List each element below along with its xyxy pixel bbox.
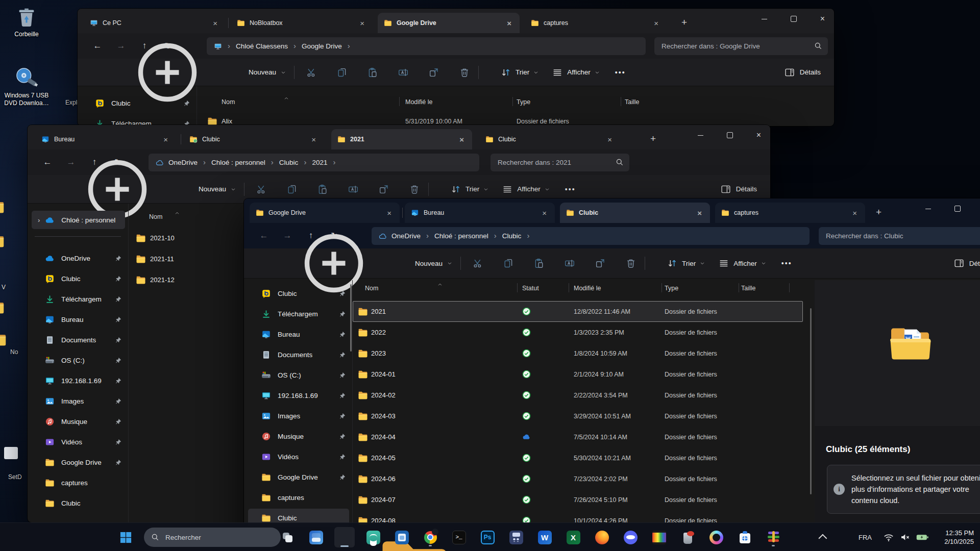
sidebar-item-os-c-[interactable]: OS (C:) xyxy=(248,366,349,384)
taskbar-app-firefox[interactable] xyxy=(592,527,612,547)
column-header-type[interactable]: Type xyxy=(517,98,530,106)
column-divider[interactable] xyxy=(512,97,513,106)
column-header-nom[interactable]: Nom xyxy=(365,285,378,292)
share-button[interactable] xyxy=(378,184,389,195)
taskbar-app-snipping-tool[interactable] xyxy=(391,527,412,547)
sidebar-item-images[interactable]: Images xyxy=(248,407,349,425)
expand-chevron-icon[interactable]: › xyxy=(38,216,40,224)
tab-close-icon[interactable]: × xyxy=(385,209,394,217)
copy-button[interactable] xyxy=(286,184,298,195)
view-button[interactable]: Afficher xyxy=(502,184,550,195)
sidebar-item-t-l-chargem[interactable]: Téléchargem xyxy=(32,290,125,308)
column-header-nom[interactable]: Nom xyxy=(222,98,235,106)
desktop-icon-recycle-bin[interactable]: Corbeille xyxy=(2,5,51,38)
tab-captures[interactable]: captures× xyxy=(715,203,865,223)
sidebar-item-musique[interactable]: Musique xyxy=(32,412,125,431)
file-row-alix[interactable]: Alix5/31/2019 10:00 AMDossier de fichier… xyxy=(197,111,827,126)
sidebar-item-t-l-chargem[interactable]: Téléchargem xyxy=(82,114,193,126)
column-header-taille[interactable]: Taille xyxy=(741,285,756,292)
taskbar-app-copilot[interactable] xyxy=(706,527,726,547)
taskbar-app-notepad[interactable] xyxy=(363,527,383,547)
network-button[interactable] xyxy=(883,523,894,551)
file-row-2024-02[interactable]: 2024-022/22/2024 3:54 PMDossier de fichi… xyxy=(353,385,803,406)
taskbar-app-calculator[interactable] xyxy=(506,527,526,547)
desktop-icon-label-partial[interactable]: No xyxy=(10,348,18,356)
desktop-icon-partial[interactable] xyxy=(0,198,5,217)
taskbar-app-widgets[interactable] xyxy=(306,527,326,547)
taskbar-app-microsoft-store[interactable] xyxy=(734,527,755,547)
desktop-icon-label-partial[interactable]: V xyxy=(2,284,6,291)
tab-close-icon[interactable]: × xyxy=(505,19,513,28)
taskbar-app-winrar[interactable] xyxy=(763,527,783,547)
sidebar-item-clubic[interactable]: Clubic xyxy=(248,284,349,303)
list-scrollbar[interactable] xyxy=(810,308,812,494)
details-toggle-button[interactable]: Détails xyxy=(953,258,980,269)
column-header-nom[interactable]: Nom xyxy=(149,213,162,220)
file-row-2024-01[interactable]: 2024-012/1/2024 9:10 AMDossier de fichie… xyxy=(353,364,803,385)
rename-button[interactable] xyxy=(348,184,359,195)
file-row-2024-04[interactable]: 2024-047/5/2024 10:14 AMDossier de fichi… xyxy=(353,427,803,447)
search-input[interactable] xyxy=(819,232,980,240)
taskbar-app-file-explorer[interactable] xyxy=(334,527,355,547)
copy-button[interactable] xyxy=(503,258,514,269)
tab-close-icon[interactable]: × xyxy=(652,19,660,28)
search-input[interactable] xyxy=(654,42,828,50)
column-header-type[interactable]: Type xyxy=(665,285,678,292)
tab-close-icon[interactable]: × xyxy=(211,19,219,28)
search-box[interactable] xyxy=(654,37,828,55)
taskbar-app-task-view[interactable] xyxy=(277,527,298,547)
tab-clubic[interactable]: Clubic× xyxy=(479,129,620,149)
sort-button[interactable]: Trier xyxy=(500,67,538,78)
taskbar-app-discord[interactable] xyxy=(620,527,641,547)
taskbar-app-revo-uninstaller[interactable] xyxy=(677,527,698,547)
desktop-icon-partial[interactable] xyxy=(0,232,5,252)
column-header-statut[interactable]: Statut xyxy=(522,285,539,292)
sidebar-item-clubic[interactable]: Clubic xyxy=(32,269,125,288)
tab-clubic[interactable]: Clubic× xyxy=(560,203,710,223)
column-divider[interactable] xyxy=(662,283,662,292)
breadcrumb-segment[interactable]: Clubic xyxy=(279,159,299,166)
sidebar-item-google-drive[interactable]: Google Drive xyxy=(32,453,125,471)
desktop-icon-partial[interactable] xyxy=(0,331,7,350)
sidebar-item-t-l-chargem[interactable]: Téléchargem xyxy=(248,305,349,323)
tab-close-icon[interactable]: × xyxy=(309,135,318,144)
rename-button[interactable] xyxy=(398,67,409,78)
desktop-icon-partial[interactable] xyxy=(0,298,5,318)
paste-button[interactable] xyxy=(317,184,328,195)
sidebar-item-captures[interactable]: captures xyxy=(248,488,349,507)
file-row-2024-06[interactable]: 2024-067/23/2024 2:02 PMDossier de fichi… xyxy=(353,468,803,489)
column-header-modifi-le[interactable]: Modifié le xyxy=(574,285,601,292)
volume-button[interactable] xyxy=(899,523,911,551)
minimize-button[interactable] xyxy=(686,125,715,145)
tab-clubic[interactable]: Clubic× xyxy=(183,129,324,149)
clock[interactable]: 12:35 PM 2/10/2025 xyxy=(944,529,974,546)
search-box[interactable] xyxy=(491,154,629,171)
sidebar-item-clubic[interactable]: Clubic xyxy=(32,494,125,512)
breadcrumb-segment[interactable]: Clubic xyxy=(502,232,522,240)
maximize-button[interactable] xyxy=(779,9,808,29)
battery-button[interactable] xyxy=(916,523,929,551)
file-row-2024-07[interactable]: 2024-077/26/2024 5:10 PMDossier de fichi… xyxy=(353,489,803,510)
taskbar-app-word[interactable]: W xyxy=(534,527,555,547)
tab-close-icon[interactable]: × xyxy=(358,19,366,28)
tab-close-icon[interactable]: × xyxy=(161,135,170,144)
file-row-2024-05[interactable]: 2024-055/30/2024 10:21 AMDossier de fich… xyxy=(353,447,803,468)
sidebar-item-bureau[interactable]: Bureau xyxy=(248,325,349,343)
details-toggle-button[interactable]: Détails xyxy=(784,67,821,78)
new-tab-button[interactable]: + xyxy=(681,17,687,28)
tab-google-drive[interactable]: Google Drive× xyxy=(378,13,520,33)
more-options-button[interactable]: ••• xyxy=(565,185,576,193)
copy-button[interactable] xyxy=(336,67,348,78)
new-tab-button[interactable]: + xyxy=(876,207,881,218)
taskbar-app-photoshop[interactable]: Ps xyxy=(477,527,498,547)
column-header-taille[interactable]: Taille xyxy=(625,98,640,106)
sidebar-item-google-drive[interactable]: Google Drive xyxy=(248,468,349,486)
sidebar-item-onedrive-root[interactable]: ›Chloé : personnel xyxy=(32,211,125,229)
taskbar-search[interactable] xyxy=(144,528,281,547)
tray-overflow[interactable] xyxy=(821,523,827,551)
sidebar-item-192-168-1-69[interactable]: 192.168.1.69 xyxy=(248,386,349,405)
cut-button[interactable] xyxy=(472,258,483,269)
column-divider[interactable] xyxy=(399,97,400,106)
search-input[interactable] xyxy=(491,159,629,166)
cut-button[interactable] xyxy=(256,184,267,195)
